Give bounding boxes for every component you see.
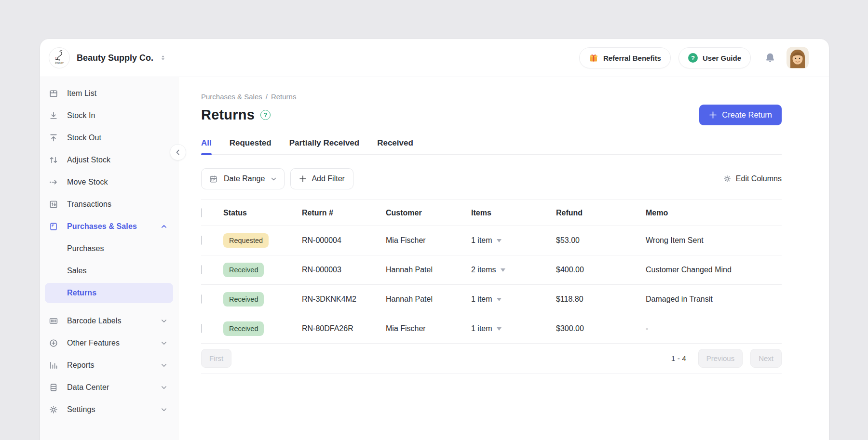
header-actions: Referral Benefits ? User Guide xyxy=(579,47,809,69)
chevron-down-icon xyxy=(161,406,167,413)
sidebar-item-other-features[interactable]: Other Features xyxy=(45,333,173,353)
column-header-status[interactable]: Status xyxy=(223,209,302,217)
sidebar-item-label: Purchases & Sales xyxy=(67,222,161,231)
sidebar-item-label: Stock Out xyxy=(67,133,167,142)
create-return-button[interactable]: Create Return xyxy=(699,105,782,125)
sidebar-item-adjust-stock[interactable]: Adjust Stock xyxy=(45,150,173,170)
items-count: 2 items xyxy=(471,266,496,274)
select-all-checkbox[interactable] xyxy=(201,208,202,217)
date-range-select[interactable]: Date Range xyxy=(201,168,285,189)
sidebar-item-reports[interactable]: Reports xyxy=(45,355,173,375)
sidebar-item-label: Stock In xyxy=(67,111,167,120)
sidebar-item-label: Barcode Labels xyxy=(67,317,161,325)
column-header-refund[interactable]: Refund xyxy=(556,209,646,217)
main-content: Purchases & Sales/Returns Returns ? Crea… xyxy=(178,77,829,440)
memo-cell: Customer Changed Mind xyxy=(646,266,782,274)
previous-page-button[interactable]: Previous xyxy=(698,349,743,368)
company-logo[interactable]: beauty xyxy=(49,47,70,68)
sidebar-item-label: Sales xyxy=(67,267,167,275)
customer-cell: Hannah Patel xyxy=(386,266,471,274)
items-expand-icon[interactable] xyxy=(501,268,505,272)
question-circle-icon: ? xyxy=(688,53,698,63)
help-icon[interactable]: ? xyxy=(260,110,271,120)
table-row[interactable]: Received RN-000003 Hannah Patel 2 items … xyxy=(201,255,782,285)
items-expand-icon[interactable] xyxy=(497,298,502,301)
page-title: Returns xyxy=(201,107,255,123)
status-badge: Requested xyxy=(223,233,269,248)
user-avatar[interactable] xyxy=(787,47,809,69)
sidebar-item-item-list[interactable]: Item List xyxy=(45,83,173,104)
add-filter-label: Add Filter xyxy=(312,174,344,183)
breadcrumb-parent[interactable]: Purchases & Sales xyxy=(201,93,262,101)
sidebar-item-label: Other Features xyxy=(67,339,161,347)
return-number-cell: RN-000003 xyxy=(302,266,386,274)
chevron-left-icon xyxy=(175,149,181,156)
sidebar-item-returns[interactable]: Returns xyxy=(45,283,173,303)
sidebar-item-move-stock[interactable]: Move Stock xyxy=(45,172,173,192)
top-header: beauty Beauty Supply Co. Referral Benefi… xyxy=(40,39,829,77)
memo-cell: Damaged in Transit xyxy=(646,295,782,304)
sidebar-item-stock-out[interactable]: Stock Out xyxy=(45,128,173,148)
table-header-row: Status Return # Customer Items Refund Me… xyxy=(201,200,782,226)
sidebar-item-label: Settings xyxy=(67,405,161,414)
row-checkbox[interactable] xyxy=(201,236,202,245)
sidebar-item-label: Adjust Stock xyxy=(67,156,167,164)
sidebar-item-label: Returns xyxy=(67,289,167,297)
items-count: 1 item xyxy=(471,324,492,333)
row-checkbox[interactable] xyxy=(201,265,202,274)
memo-cell: - xyxy=(646,324,782,333)
user-guide-button[interactable]: ? User Guide xyxy=(678,47,751,68)
items-expand-icon[interactable] xyxy=(497,327,502,331)
row-checkbox[interactable] xyxy=(201,294,202,304)
refund-cell: $300.00 xyxy=(556,324,646,333)
user-guide-label: User Guide xyxy=(703,54,741,62)
status-badge: Received xyxy=(223,263,264,277)
arrow-right-dotted-icon xyxy=(49,177,58,187)
gear-icon xyxy=(723,174,732,183)
sidebar-item-purchases[interactable]: Purchases xyxy=(45,239,173,259)
row-checkbox[interactable] xyxy=(201,324,202,333)
add-filter-button[interactable]: Add Filter xyxy=(290,168,353,189)
return-number-cell: RN-80DFA26R xyxy=(302,324,386,333)
sidebar-item-settings[interactable]: Settings xyxy=(45,400,173,420)
workspace-switcher-icon[interactable] xyxy=(159,54,167,62)
sidebar-item-label: Transactions xyxy=(67,200,167,209)
items-expand-icon[interactable] xyxy=(497,239,502,242)
refund-cell: $118.80 xyxy=(556,295,646,304)
sidebar-item-transactions[interactable]: Transactions xyxy=(45,194,173,214)
sidebar-item-stock-in[interactable]: Stock In xyxy=(45,106,173,126)
column-header-return-no[interactable]: Return # xyxy=(302,209,386,217)
column-header-memo[interactable]: Memo xyxy=(646,209,782,217)
edit-columns-label: Edit Columns xyxy=(736,174,782,183)
returns-table: Status Return # Customer Items Refund Me… xyxy=(201,200,782,344)
tab-received[interactable]: Received xyxy=(377,138,413,154)
tab-requested[interactable]: Requested xyxy=(230,138,271,154)
sidebar-collapse-button[interactable] xyxy=(170,144,186,160)
table-row[interactable]: Received RN-3DKNK4M2 Hannah Patel 1 item… xyxy=(201,285,782,314)
tab-partially-received[interactable]: Partially Received xyxy=(289,138,360,154)
sidebar-item-sales[interactable]: Sales xyxy=(45,261,173,281)
breadcrumb-current: Returns xyxy=(271,93,297,101)
table-row[interactable]: Requested RN-000004 Mia Fischer 1 item $… xyxy=(201,226,782,255)
table-row[interactable]: Received RN-80DFA26R Mia Fischer 1 item … xyxy=(201,314,782,344)
tab-label: Received xyxy=(377,138,413,147)
gear-icon xyxy=(49,405,58,414)
notifications-bell-icon[interactable] xyxy=(764,52,776,64)
column-header-customer[interactable]: Customer xyxy=(386,209,471,217)
plus-circle-icon xyxy=(49,338,58,348)
first-page-button[interactable]: First xyxy=(201,349,231,368)
bar-chart-icon xyxy=(49,360,58,370)
sidebar-item-barcode-labels[interactable]: Barcode Labels xyxy=(45,311,173,331)
edit-columns-button[interactable]: Edit Columns xyxy=(723,174,782,183)
chevron-down-icon xyxy=(161,384,167,391)
next-page-button[interactable]: Next xyxy=(750,349,782,368)
sidebar-item-label: Move Stock xyxy=(67,178,167,187)
column-header-items[interactable]: Items xyxy=(471,209,556,217)
box-icon xyxy=(49,89,58,98)
tab-all[interactable]: All xyxy=(201,138,212,154)
sidebar-item-purchases-sales[interactable]: Purchases & Sales xyxy=(45,216,173,237)
sidebar-item-data-center[interactable]: Data Center xyxy=(45,377,173,398)
items-count: 1 item xyxy=(471,295,492,304)
filter-toolbar: Date Range Add Filter Edit Columns xyxy=(201,168,782,189)
referral-benefits-button[interactable]: Referral Benefits xyxy=(579,47,671,68)
